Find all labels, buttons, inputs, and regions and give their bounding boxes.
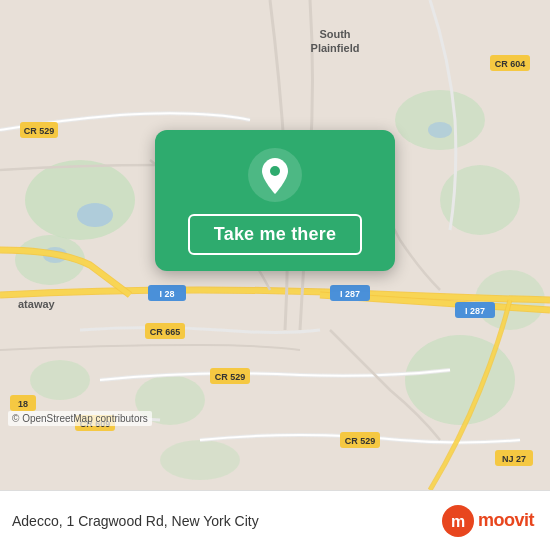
svg-text:I 287: I 287	[340, 289, 360, 299]
moovit-label: moovit	[478, 510, 534, 531]
svg-text:ataway: ataway	[18, 298, 56, 310]
svg-text:CR 529: CR 529	[24, 126, 55, 136]
svg-point-8	[30, 360, 90, 400]
svg-text:Plainfield: Plainfield	[311, 42, 360, 54]
svg-text:m: m	[451, 513, 465, 530]
map-container: I 28 I 287 I 287 CR 529 CR 529 CR 529 CR…	[0, 0, 550, 490]
svg-text:CR 529: CR 529	[345, 436, 376, 446]
take-me-there-button[interactable]: Take me there	[188, 214, 362, 255]
svg-text:South: South	[319, 28, 350, 40]
map-copyright: © OpenStreetMap contributors	[8, 411, 152, 426]
moovit-logo: m moovit	[442, 505, 534, 537]
bottom-bar: Adecco, 1 Cragwood Rd, New York City m m…	[0, 490, 550, 550]
svg-point-1	[25, 160, 135, 240]
svg-text:CR 665: CR 665	[150, 327, 181, 337]
svg-text:I 28: I 28	[159, 289, 174, 299]
svg-point-12	[428, 122, 452, 138]
svg-point-10	[77, 203, 113, 227]
svg-point-9	[160, 440, 240, 480]
svg-text:CR 604: CR 604	[495, 59, 526, 69]
svg-text:I 287: I 287	[465, 306, 485, 316]
action-card: Take me there	[155, 130, 395, 271]
svg-point-39	[270, 166, 280, 176]
svg-text:CR 529: CR 529	[215, 372, 246, 382]
svg-text:NJ 27: NJ 27	[502, 454, 526, 464]
location-pin-icon	[248, 148, 302, 202]
moovit-brand-icon: m	[442, 505, 474, 537]
svg-text:18: 18	[18, 399, 28, 409]
svg-point-3	[395, 90, 485, 150]
address-text: Adecco, 1 Cragwood Rd, New York City	[12, 513, 259, 529]
svg-point-6	[405, 335, 515, 425]
